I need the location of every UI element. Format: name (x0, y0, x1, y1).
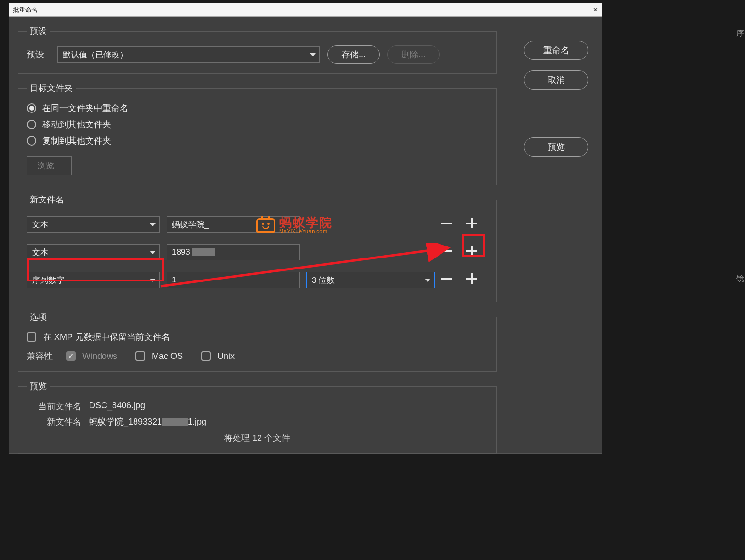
compat-windows-label: Windows (82, 351, 117, 361)
compat-unix-checkbox[interactable] (201, 351, 211, 361)
radio-same-folder[interactable] (27, 103, 36, 113)
destination-group: 目标文件夹 在同一文件夹中重命名 移动到其他文件夹 复制到其他文件夹 浏览... (18, 82, 497, 185)
current-filename-value: DSC_8406.jpg (89, 401, 487, 412)
row2-type-select[interactable]: 文本 (27, 244, 160, 260)
radio-same-folder-label: 在同一文件夹中重命名 (42, 102, 128, 114)
new-filename-value: 蚂蚁学院_18933211.jpg (89, 416, 487, 427)
browse-button: 浏览... (27, 156, 72, 175)
close-icon[interactable]: ✕ (593, 6, 598, 13)
options-legend: 选项 (27, 311, 50, 323)
delete-preset-button: 删除... (387, 45, 440, 64)
preview-summary: 将处理 12 个文件 (27, 432, 487, 444)
row2-text-input[interactable] (167, 244, 300, 260)
compat-windows-checkbox (66, 351, 76, 361)
compat-label: 兼容性 (27, 350, 59, 362)
preserve-xmp-label: 在 XMP 元数据中保留当前文件名 (43, 331, 170, 343)
row3-start-input[interactable] (167, 272, 300, 288)
new-filename-legend: 新文件名 (27, 194, 67, 205)
bg-char: 序 (736, 29, 744, 39)
row2-remove-button[interactable] (440, 244, 454, 258)
batch-rename-dialog: 批重命名 ✕ 重命名 取消 预览 预设 预设 默认值（已修改） (9, 3, 602, 454)
row3-digits-select[interactable]: 3 位数 (306, 272, 435, 288)
row1-remove-button[interactable] (440, 216, 454, 230)
destination-legend: 目标文件夹 (27, 82, 76, 94)
compat-unix-label: Unix (217, 351, 235, 361)
preset-group: 预设 预设 默认值（已修改） 存储... 删除... (18, 25, 497, 74)
preset-select[interactable]: 默认值（已修改） (57, 46, 320, 63)
compat-mac-label: Mac OS (152, 351, 183, 361)
row3-remove-button[interactable] (440, 271, 454, 286)
row1-type-select[interactable]: 文本 (27, 216, 160, 233)
preview-legend: 预览 (27, 381, 50, 392)
radio-move-folder[interactable] (27, 120, 36, 129)
row2-add-button[interactable] (464, 244, 479, 258)
radio-copy-folder[interactable] (27, 136, 36, 146)
save-preset-button[interactable]: 存储... (327, 45, 380, 64)
row1-add-button[interactable] (464, 216, 479, 230)
options-group: 选项 在 XMP 元数据中保留当前文件名 兼容性 Windows Mac OS (18, 311, 497, 372)
preview-group: 预览 当前文件名 DSC_8406.jpg 新文件名 蚂蚁学院_18933211… (18, 381, 497, 454)
current-filename-label: 当前文件名 (27, 401, 89, 412)
row1-text-input[interactable] (167, 216, 300, 233)
preset-label: 预设 (27, 49, 50, 60)
preset-legend: 预设 (27, 25, 50, 37)
new-filename-label: 新文件名 (27, 416, 89, 427)
radio-move-folder-label: 移动到其他文件夹 (42, 119, 111, 130)
row3-type-select[interactable]: 序列数字 (27, 272, 160, 288)
bg-char: 镜 (736, 274, 744, 284)
compat-mac-checkbox[interactable] (135, 351, 145, 361)
row3-add-button[interactable] (464, 271, 479, 286)
redacted-area (192, 248, 215, 256)
preserve-xmp-checkbox[interactable] (27, 332, 36, 342)
radio-copy-folder-label: 复制到其他文件夹 (42, 135, 111, 146)
dialog-title: 批重命名 (13, 6, 38, 14)
new-filename-group: 新文件名 文本 (18, 194, 497, 302)
titlebar: 批重命名 ✕ (9, 3, 602, 17)
